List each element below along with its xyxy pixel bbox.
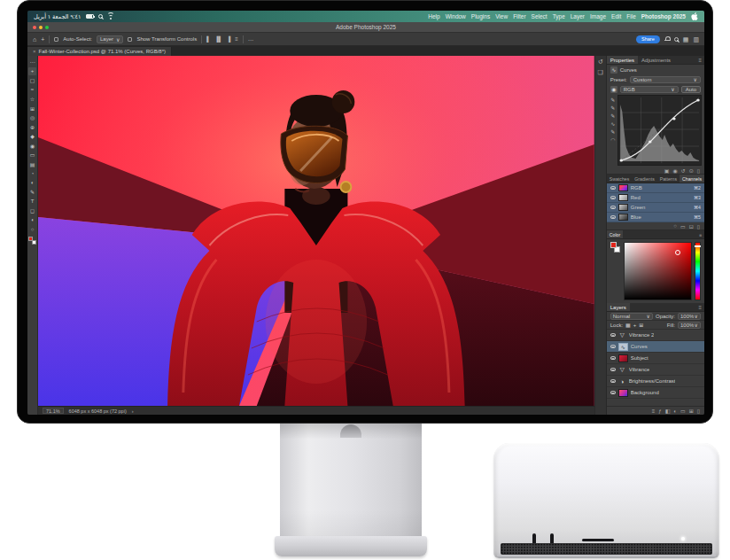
layer-effects-icon[interactable]: ƒ <box>658 408 661 414</box>
adjustment-layer-icon[interactable]: ◐ <box>673 408 677 414</box>
search-icon[interactable] <box>98 14 103 19</box>
visibility-eye-icon[interactable] <box>610 196 616 199</box>
menu-file[interactable]: File <box>626 13 635 19</box>
visibility-eye-icon[interactable] <box>610 356 616 360</box>
layer-mask-icon[interactable]: ◧ <box>665 408 671 414</box>
show-transform-checkbox[interactable] <box>128 37 132 42</box>
visibility-eye-icon[interactable] <box>610 186 616 190</box>
auto-select-target-dropdown[interactable]: Layer ∨ <box>97 35 123 43</box>
blend-mode-dropdown[interactable]: Normal∨ <box>610 313 653 320</box>
layer-row-background[interactable]: Background <box>607 387 704 399</box>
tab-adjustments[interactable]: Adjustments <box>638 56 674 64</box>
visibility-eye-icon[interactable] <box>610 215 616 219</box>
visibility-eye-icon[interactable] <box>610 206 616 209</box>
curves-histogram[interactable] <box>617 95 702 166</box>
notifications-bell-icon[interactable] <box>664 36 670 42</box>
saturation-brightness-field[interactable] <box>624 242 692 300</box>
pencil-tool-icon[interactable]: ✎ <box>610 128 615 135</box>
foreground-background-swatches[interactable] <box>28 237 36 245</box>
layer-row-vibrance[interactable]: ▽ Vibrance <box>607 364 704 376</box>
panel-menu-icon[interactable]: ≡ <box>695 56 704 64</box>
link-layers-icon[interactable]: ≡ <box>652 408 656 414</box>
fg-bg-color-swatches[interactable] <box>610 242 621 300</box>
lasso-tool[interactable]: ≈ <box>28 86 36 94</box>
status-chevron-icon[interactable]: › <box>132 408 134 414</box>
delete-channel-icon[interactable]: ▯ <box>697 223 700 229</box>
zoom-tool[interactable]: ○ <box>28 225 36 233</box>
visibility-icon[interactable]: ⊙ <box>689 167 694 174</box>
channel-row-green[interactable]: Green ⌘4 <box>607 203 704 213</box>
menu-select[interactable]: Select <box>532 13 548 19</box>
tab-gradients[interactable]: Gradients <box>632 175 657 183</box>
channel-row-blue[interactable]: Blue ⌘5 <box>607 213 704 222</box>
comments-panel-icon[interactable]: ❏ <box>598 69 603 76</box>
layer-row-subject[interactable]: Subject <box>607 353 704 364</box>
blur-tool[interactable]: ◔ <box>28 169 36 177</box>
color-marker[interactable] <box>675 250 680 255</box>
visibility-eye-icon[interactable] <box>610 333 616 337</box>
align-right-icon[interactable]: ▐ <box>227 36 230 42</box>
layer-row-vibrance2[interactable]: ▽ Vibrance 2 <box>607 330 704 341</box>
document-tab[interactable]: × Fall-Winter-Collection.psd @ 71.1% (Cu… <box>27 47 172 56</box>
new-group-icon[interactable]: ▭ <box>680 408 686 414</box>
type-tool[interactable]: T <box>28 198 36 206</box>
panel-menu-icon[interactable]: ≡ <box>696 230 704 238</box>
view-previous-icon[interactable]: ◉ <box>672 167 677 174</box>
gradient-tool[interactable]: ▤ <box>28 160 36 168</box>
opacity-dropdown[interactable]: 100%∨ <box>678 313 701 320</box>
close-tab-icon[interactable]: × <box>33 49 36 54</box>
load-selection-icon[interactable]: ○ <box>673 223 677 229</box>
menu-plugins[interactable]: Plugins <box>471 13 490 19</box>
channel-dropdown[interactable]: RGB∨ <box>620 86 679 93</box>
tab-color[interactable]: Color <box>607 230 623 238</box>
search-icon[interactable] <box>674 37 679 42</box>
clip-to-layer-icon[interactable]: ▣ <box>664 167 670 174</box>
layer-row-brightness-contrast[interactable]: ◑ Brightness/Contrast <box>607 376 704 387</box>
lock-transparency-icon[interactable]: ▦ <box>625 322 631 328</box>
battery-icon[interactable] <box>86 14 94 19</box>
apple-logo-icon[interactable] <box>691 12 698 20</box>
menu-photoshop[interactable]: Photoshop 2025 <box>641 13 686 19</box>
gray-point-eyedropper-icon[interactable]: ✎ <box>610 105 615 111</box>
toolbar-menu-icon[interactable]: ⋯ <box>28 58 36 66</box>
reset-icon[interactable]: ↺ <box>681 167 686 174</box>
clock-date[interactable]: ٩:٤١ الجمعة ١ أبريل <box>34 13 82 20</box>
menu-view[interactable]: View <box>495 13 508 19</box>
eraser-tool[interactable]: ▭ <box>28 151 36 159</box>
history-panel-icon[interactable]: ↺ <box>598 58 603 66</box>
zoom-level[interactable]: 71.1% <box>43 408 64 414</box>
preset-dropdown[interactable]: Custom∨ <box>630 76 701 83</box>
more-options-icon[interactable]: ⋯ <box>248 36 253 43</box>
tab-layers[interactable]: Layers <box>607 303 630 311</box>
curve-tool-icon[interactable]: ∿ <box>610 121 615 127</box>
tab-patterns[interactable]: Patterns <box>657 175 680 183</box>
visibility-eye-icon[interactable] <box>610 345 616 348</box>
move-tool[interactable]: + <box>28 67 36 75</box>
white-point-eyedropper-icon[interactable]: ✎ <box>610 113 615 119</box>
distribute-icon[interactable]: ≡ <box>235 36 238 42</box>
canvas-image[interactable] <box>38 56 594 406</box>
visibility-eye-icon[interactable] <box>610 391 616 394</box>
align-left-icon[interactable]: ▌ <box>206 36 210 42</box>
tab-channels[interactable]: Channels <box>680 175 704 183</box>
auto-button[interactable]: Auto <box>681 86 701 93</box>
menu-layer[interactable]: Layer <box>571 13 585 19</box>
menu-filter[interactable]: Filter <box>513 13 525 19</box>
crop-tool[interactable]: ⊞ <box>28 105 36 113</box>
align-center-icon[interactable]: ▐▌ <box>214 36 222 42</box>
shape-tool[interactable]: ◻ <box>28 206 36 214</box>
marquee-tool[interactable]: ▢ <box>28 76 36 84</box>
magic-wand-tool[interactable]: ☆ <box>28 95 36 103</box>
menu-help[interactable]: Help <box>428 13 439 19</box>
save-selection-icon[interactable]: ▭ <box>680 223 686 229</box>
healing-tool[interactable]: ⊕ <box>28 123 36 131</box>
delete-icon[interactable]: ▯ <box>697 167 700 174</box>
move-tool-icon[interactable]: + <box>41 35 44 43</box>
share-button[interactable]: Share <box>636 35 660 43</box>
fill-dropdown[interactable]: 100%∨ <box>678 322 701 329</box>
panel-menu-icon[interactable]: ≡ <box>695 303 704 311</box>
delete-layer-icon[interactable]: ▯ <box>697 408 700 414</box>
dodge-tool[interactable]: ◐ <box>28 179 36 187</box>
channel-row-rgb[interactable]: RGB ⌘2 <box>607 183 704 193</box>
clone-stamp-tool[interactable]: ◉ <box>28 142 36 150</box>
